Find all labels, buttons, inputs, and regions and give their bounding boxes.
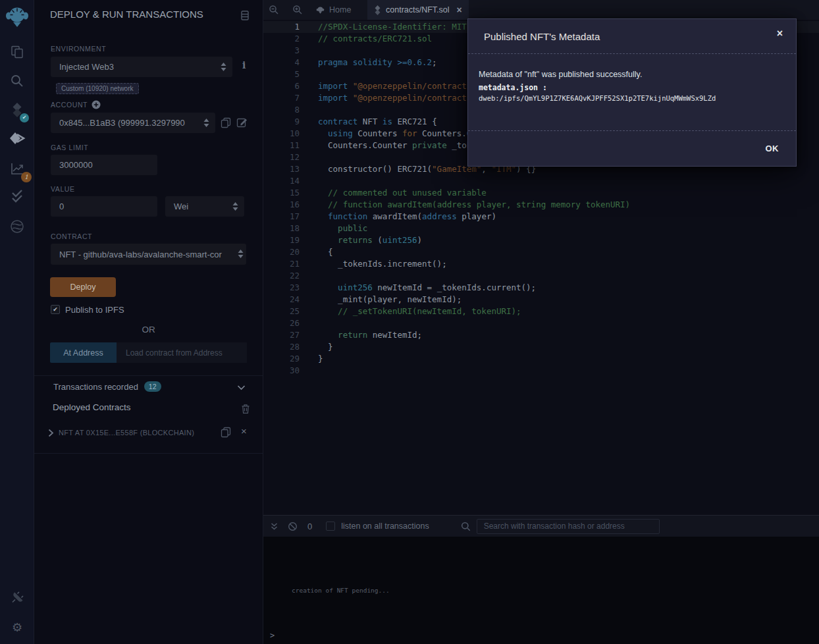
modal-ok-button[interactable]: OK [766, 144, 779, 153]
at-address-button[interactable]: At Address [50, 342, 117, 363]
transactions-recorded-label: Transactions recorded [53, 382, 138, 392]
environment-label: ENVIRONMENT [51, 45, 106, 53]
code-line[interactable]: 30 [263, 365, 819, 377]
code-line[interactable]: 17 function awardItem(address player) [263, 211, 819, 223]
settings-gear-icon[interactable]: ⚙ [0, 618, 34, 637]
edit-account-icon[interactable] [236, 117, 248, 128]
value-input[interactable]: 0 [51, 196, 157, 217]
network-badge: Custom (10920) network [56, 83, 139, 94]
contract-label: CONTRACT [51, 232, 92, 240]
transactions-count-badge: 12 [144, 381, 161, 392]
code-line[interactable]: 21 _tokenIds.increment(); [263, 258, 819, 270]
plugin-icon-bar: ✔ 1 ⚙ [0, 0, 34, 644]
or-divider: OR [34, 325, 263, 335]
metadata-file-label: metadata.json : [479, 83, 785, 92]
deploy-run-panel: DEPLOY & RUN TRANSACTIONS ENVIRONMENT In… [34, 0, 263, 644]
terminal-search-input[interactable] [477, 519, 660, 534]
environment-info-icon[interactable]: i [242, 60, 246, 70]
modal-close-icon[interactable]: × [777, 28, 783, 40]
terminal-log-line: creation of NFT pending... [292, 587, 390, 594]
code-line[interactable]: 23 uint256 newItemId = _tokenIds.current… [263, 282, 819, 294]
docs-book-icon[interactable] [240, 10, 250, 21]
modal-message: Metadata of "nft" was published successf… [479, 70, 785, 79]
zoom-out-icon[interactable] [269, 5, 279, 15]
solidity-compiler-icon[interactable]: ✔ [0, 100, 34, 120]
clear-console-icon[interactable] [288, 522, 298, 531]
publish-ipfs-label: Publish to IPFS [65, 305, 124, 315]
ipfs-link[interactable]: dweb:/ipfs/QmYL9P1Z7KE6AQvKJPFF52SX1p2TE… [479, 94, 785, 102]
remix-logo-icon[interactable] [0, 5, 34, 30]
terminal-prompt: > [270, 631, 275, 640]
select-arrows-icon [203, 119, 209, 127]
expand-contract-icon[interactable] [48, 429, 54, 437]
tab-nft-sol[interactable]: contracts/NFT.sol × [367, 0, 469, 20]
code-line[interactable]: 24 _mint(player, newItemId); [263, 294, 819, 306]
remove-contract-icon[interactable]: × [241, 425, 247, 437]
code-line[interactable]: 25 // _setTokenURI(newItemId, tokenURI); [263, 306, 819, 317]
expand-terminal-icon[interactable] [270, 522, 278, 531]
main-area: Home contracts/NFT.sol × 1//SPDX-License… [263, 0, 819, 644]
file-explorer-icon[interactable] [0, 42, 34, 62]
unit-testing-icon[interactable] [0, 186, 34, 206]
code-line[interactable]: 27 return newItemId; [263, 329, 819, 341]
tab-home[interactable]: Home [309, 0, 357, 20]
gas-limit-input[interactable]: 3000000 [51, 155, 157, 175]
terminal-output[interactable]: creation of NFT pending... > [263, 537, 819, 644]
trash-icon[interactable] [241, 404, 250, 414]
remix-home-icon [316, 6, 325, 14]
chevron-down-icon[interactable] [237, 385, 246, 390]
editor-tabbar: Home contracts/NFT.sol × [263, 0, 819, 20]
plugin-manager-icon[interactable] [0, 588, 34, 608]
panel-title: DEPLOY & RUN TRANSACTIONS [50, 9, 203, 20]
add-account-icon[interactable] [92, 100, 101, 109]
code-line[interactable]: 15 // commented out unused variable [263, 187, 819, 199]
code-line[interactable]: 20 { [263, 246, 819, 258]
code-line[interactable]: 16 // function awardItem(address player,… [263, 199, 819, 211]
code-line[interactable]: 14 [263, 175, 819, 187]
listen-transactions-label: listen on all transactions [341, 522, 429, 531]
zoom-in-icon[interactable] [292, 5, 303, 15]
modal-footer: OK [468, 130, 796, 166]
code-line[interactable]: 18 public [263, 223, 819, 234]
code-line[interactable]: 22 [263, 270, 819, 282]
search-icon[interactable] [0, 71, 34, 91]
deploy-button[interactable]: Deploy [50, 277, 116, 297]
terminal-toolbar: 0 listen on all transactions [263, 516, 819, 537]
value-unit-select[interactable]: Wei [165, 196, 244, 217]
compiler-success-badge: ✔ [20, 113, 29, 122]
code-line[interactable]: 28 } [263, 341, 819, 353]
listen-transactions-checkbox[interactable] [326, 522, 335, 531]
code-line[interactable]: 26 [263, 317, 819, 329]
deployed-contracts-label: Deployed Contracts [53, 402, 131, 412]
deployed-contract-item[interactable]: NFT AT 0X15E...E558F (BLOCKCHAIN) [59, 429, 194, 437]
contract-select[interactable]: NFT - github/ava-labs/avalanche-smart-co… [51, 244, 246, 265]
published-metadata-modal: Published NFT's Metadata × Metadata of "… [467, 18, 797, 167]
solidity-file-icon [374, 5, 381, 15]
account-label: ACCOUNT [51, 101, 88, 109]
copy-contract-icon[interactable] [221, 427, 231, 438]
analytics-count-badge: 1 [21, 172, 32, 182]
plugin-swirl-icon[interactable] [0, 217, 34, 236]
select-arrows-icon [238, 250, 244, 258]
select-arrows-icon [221, 63, 226, 71]
publish-ipfs-checkbox[interactable]: ✔ [51, 305, 60, 314]
transactions-recorded-row[interactable]: Transactions recorded 12 [53, 381, 161, 392]
close-tab-icon[interactable]: × [457, 5, 462, 15]
terminal-search-icon [461, 522, 471, 531]
account-select[interactable]: 0x845...B1aB3 (999991.3297990 [51, 113, 215, 133]
modal-title: Published NFT's Metadata [484, 31, 600, 42]
pending-tx-count: 0 [307, 522, 312, 531]
deploy-run-icon[interactable] [0, 129, 34, 149]
modal-header: Published NFT's Metadata × [468, 19, 796, 54]
copy-account-icon[interactable] [221, 117, 231, 128]
code-line[interactable]: 29} [263, 353, 819, 365]
value-label: VALUE [51, 185, 75, 193]
modal-body: Metadata of "nft" was published successf… [468, 54, 796, 102]
terminal: 0 listen on all transactions creation of… [263, 515, 819, 644]
gas-limit-label: GAS LIMIT [51, 144, 88, 151]
at-address-input[interactable]: Load contract from Address [117, 342, 247, 363]
analytics-icon[interactable]: 1 [0, 159, 34, 178]
code-line[interactable]: 19 returns (uint256) [263, 234, 819, 246]
environment-select[interactable]: Injected Web3 [51, 57, 232, 77]
select-arrows-icon [232, 202, 238, 211]
